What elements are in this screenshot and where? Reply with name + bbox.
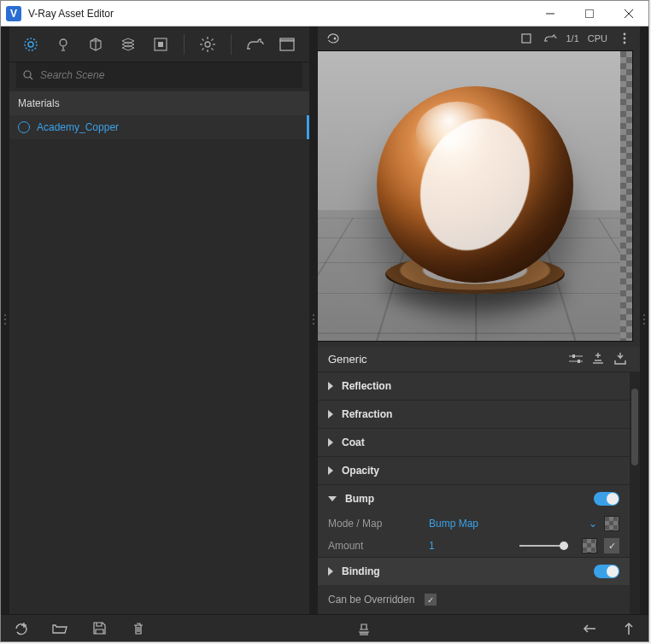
material-item-label: Academy_Copper [37, 121, 119, 133]
render-device[interactable]: CPU [588, 33, 607, 44]
amount-value[interactable]: 1 [429, 540, 506, 552]
preview-toolbar: 1/1 CPU [318, 26, 640, 50]
right-splitter[interactable] [640, 26, 648, 614]
chevron-down-icon[interactable]: ⌄ [589, 518, 597, 530]
section-refraction[interactable]: Refraction [318, 401, 630, 428]
material-icon [18, 121, 30, 133]
svg-point-5 [28, 42, 33, 47]
footer-bar [1, 614, 648, 641]
preview-stop-icon[interactable] [518, 30, 535, 47]
override-label: Can be Overridden [328, 594, 414, 606]
amount-swatch[interactable] [582, 538, 597, 553]
bump-toggle[interactable] [594, 492, 619, 506]
material-item-academy-copper[interactable]: Academy_Copper [9, 115, 309, 139]
preview-count: 1/1 [566, 33, 578, 44]
svg-line-17 [211, 48, 213, 50]
material-preview[interactable] [318, 50, 633, 342]
section-label: Refraction [342, 408, 392, 420]
override-checkbox[interactable]: ✓ [425, 594, 437, 606]
svg-point-27 [624, 37, 626, 39]
svg-line-23 [30, 77, 32, 79]
svg-rect-31 [572, 354, 575, 358]
main-area: Materials Academy_Copper [1, 26, 648, 614]
section-binding[interactable]: Binding [318, 558, 630, 585]
map-swatch[interactable] [604, 516, 619, 531]
svg-line-16 [202, 38, 204, 40]
properties-scrollbar[interactable] [630, 372, 640, 614]
materials-tab-icon[interactable] [16, 30, 45, 59]
toolbar-separator-2 [231, 34, 232, 55]
app-icon: V [6, 6, 21, 21]
sliders-icon[interactable] [566, 349, 585, 368]
properties-header: Generic [318, 347, 640, 372]
volumes-tab-icon[interactable] [114, 30, 143, 59]
section-label: Opacity [342, 465, 379, 477]
svg-point-11 [205, 42, 210, 47]
svg-rect-10 [158, 42, 163, 47]
left-empty-space [9, 139, 309, 614]
svg-point-22 [24, 71, 31, 78]
properties-body: Reflection Refraction [318, 372, 640, 614]
search-input[interactable] [40, 69, 296, 81]
back-arrow-icon[interactable] [578, 618, 601, 640]
settings-icon[interactable] [193, 30, 222, 59]
category-header[interactable]: Materials [9, 91, 309, 115]
left-panel: Materials Academy_Copper [9, 26, 309, 614]
bump-mode-row: Mode / Map Bump Map ⌄ [318, 512, 630, 535]
render-icon[interactable] [240, 30, 269, 59]
left-splitter[interactable] [1, 26, 9, 614]
properties-sections: Reflection Refraction [318, 372, 630, 585]
preview-orient-icon[interactable] [325, 30, 342, 47]
search-box[interactable] [16, 62, 302, 88]
mode-value[interactable]: Bump Map [429, 518, 506, 530]
binding-toggle[interactable] [594, 565, 619, 578]
minimize-button[interactable] [531, 1, 570, 26]
open-folder-icon[interactable] [49, 618, 71, 640]
chevron-right-icon [328, 382, 333, 390]
close-button[interactable] [609, 1, 648, 26]
save-icon[interactable] [88, 618, 110, 640]
app-window: V V-Ray Asset Editor [0, 0, 649, 642]
save-layer-icon[interactable] [611, 349, 630, 368]
chevron-down-icon [328, 496, 337, 501]
close-icon [625, 9, 633, 18]
chevron-right-icon [328, 466, 333, 475]
section-coat[interactable]: Coat [318, 429, 630, 456]
chevron-right-icon [328, 438, 333, 447]
section-opacity[interactable]: Opacity [318, 457, 630, 484]
toolbar-separator [184, 34, 185, 55]
center-splitter[interactable] [309, 26, 318, 614]
lights-tab-icon[interactable] [49, 30, 78, 59]
svg-line-18 [211, 38, 213, 40]
right-panel: 1/1 CPU Generic [318, 26, 640, 614]
add-layer-icon[interactable] [589, 349, 607, 368]
section-label: Binding [342, 565, 380, 577]
amount-slider[interactable] [519, 540, 568, 552]
svg-rect-32 [578, 360, 580, 363]
maximize-button[interactable] [570, 1, 609, 26]
new-asset-icon[interactable] [9, 618, 32, 640]
override-row: Can be Overridden ✓ [318, 585, 630, 614]
amount-check[interactable]: ✓ [604, 538, 619, 553]
up-arrow-icon[interactable] [618, 618, 640, 640]
amount-label: Amount [328, 540, 422, 552]
preview-teapot-icon[interactable] [542, 30, 559, 47]
kebab-menu-icon[interactable] [616, 30, 633, 47]
svg-point-6 [60, 39, 67, 46]
framebuffer-icon[interactable] [273, 30, 302, 59]
svg-point-26 [624, 32, 626, 35]
textures-tab-icon[interactable] [146, 30, 175, 59]
section-reflection[interactable]: Reflection [318, 372, 630, 400]
section-bump[interactable]: Bump [318, 485, 630, 512]
titlebar: V V-Ray Asset Editor [1, 1, 648, 26]
material-type-label: Generic [328, 353, 367, 366]
bump-amount-row: Amount 1 ✓ [318, 535, 630, 557]
purge-icon[interactable] [353, 618, 375, 640]
svg-line-19 [202, 48, 204, 50]
svg-point-4 [25, 38, 37, 50]
scrollbar-thumb[interactable] [631, 389, 638, 465]
minimize-icon [546, 9, 554, 18]
chevron-right-icon [328, 567, 333, 576]
delete-icon[interactable] [127, 618, 150, 640]
geometry-tab-icon[interactable] [81, 30, 110, 59]
